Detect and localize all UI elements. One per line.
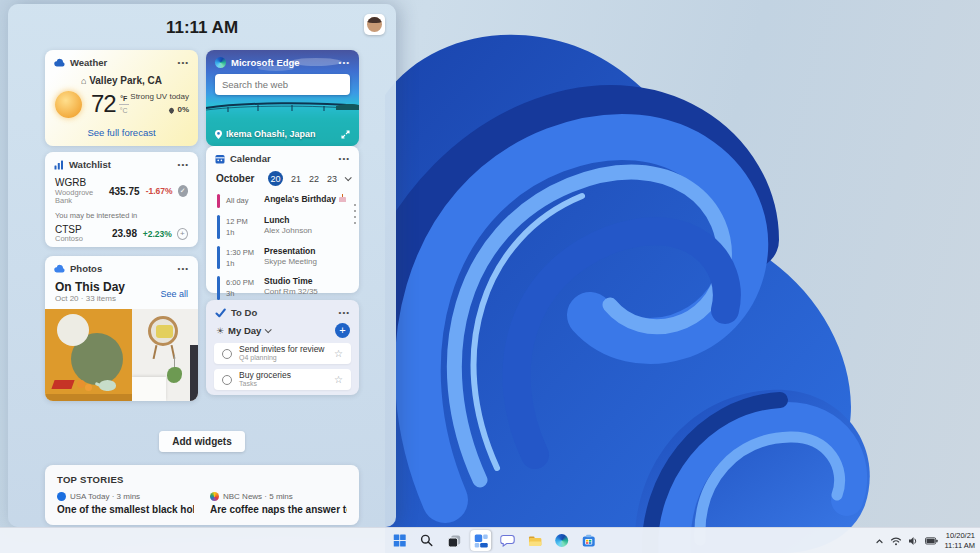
calendar-widget[interactable]: Calendar ••• October 20 21 22 23 xyxy=(206,146,359,293)
weather-more-menu-icon[interactable]: ••• xyxy=(178,59,189,67)
event-subtitle: Skype Meeting xyxy=(264,257,317,267)
search-icon[interactable] xyxy=(416,530,437,551)
watchlist-widget-title: Watchlist xyxy=(69,159,111,170)
star-icon[interactable]: ☆ xyxy=(334,374,343,385)
stock-row-wgrb[interactable]: WGRB Woodgrove Bank 435.75 -1.67% ✓ xyxy=(55,177,188,206)
photos-widget[interactable]: Photos ••• On This Day Oct 20 · 33 items… xyxy=(45,256,198,401)
task-list-name: Q4 planning xyxy=(239,354,327,362)
task-checkbox[interactable] xyxy=(222,375,232,385)
edge-widget-title: Microsoft Edge xyxy=(231,57,300,68)
task-checkbox[interactable] xyxy=(222,349,232,359)
weather-main: 72 °F °C Strong UV today 0% xyxy=(55,90,189,118)
todo-widget-title: To Do xyxy=(231,307,257,318)
battery-icon[interactable] xyxy=(925,537,938,545)
location-pin-icon xyxy=(215,130,222,139)
widgets-icon[interactable] xyxy=(470,530,491,551)
news-article[interactable]: NBC News · 5 mins Are coffee naps the an… xyxy=(210,492,347,515)
watchlist-suggestion-label: You may be interested in xyxy=(55,211,188,220)
volume-icon[interactable] xyxy=(908,536,919,546)
calendar-scroll-dots[interactable] xyxy=(354,204,356,224)
calendar-events: All day Angela's Birthday 12 PM1h Lunch … xyxy=(217,194,350,300)
chevron-down-icon[interactable] xyxy=(345,174,352,181)
stock-symbol: WGRB xyxy=(55,177,109,189)
task-row-buy-groceries[interactable]: Buy groceries Tasks ☆ xyxy=(214,369,351,390)
edge-widget[interactable]: Microsoft Edge ••• Ikema Ohashi, Japan xyxy=(206,50,359,146)
star-icon[interactable]: ☆ xyxy=(334,348,343,359)
task-view-icon[interactable] xyxy=(443,530,464,551)
photos-collage[interactable] xyxy=(45,309,198,401)
add-task-button[interactable]: + xyxy=(335,323,350,338)
start-button-icon[interactable] xyxy=(389,530,410,551)
unit-celsius[interactable]: °C xyxy=(120,107,128,114)
search-input[interactable] xyxy=(222,79,354,90)
event-lunch[interactable]: 12 PM1h Lunch Alex Johnson xyxy=(217,215,350,239)
unit-toggle[interactable]: °F °C xyxy=(119,95,129,114)
watchlist-more-menu-icon[interactable]: ••• xyxy=(178,161,189,169)
task-text: Buy groceries Tasks xyxy=(239,371,327,388)
chat-icon[interactable] xyxy=(497,530,518,551)
stock-name: Contoso xyxy=(55,235,112,244)
top-stories-heading: TOP STORIES xyxy=(57,474,347,485)
tray-datetime[interactable]: 10/20/21 11:11 AM xyxy=(944,531,975,551)
event-presentation[interactable]: 1:30 PM1h Presentation Skype Meeting xyxy=(217,246,350,270)
add-widgets-button[interactable]: Add widgets xyxy=(159,431,244,452)
wifi-icon[interactable] xyxy=(890,536,902,546)
event-studio-time[interactable]: 6:00 PM3h Studio Time Conf Rm 32/35 xyxy=(217,276,350,300)
task-list: Send invites for review Q4 planning ☆ Bu… xyxy=(214,343,351,390)
temperature-value: 72 xyxy=(91,90,116,118)
weather-widget-header: Weather ••• xyxy=(54,57,189,68)
calendar-days: 20 21 22 23 xyxy=(268,171,350,186)
photo-thumbnail-chair[interactable] xyxy=(132,309,198,401)
news-article[interactable]: USA Today · 3 mins One of the smallest b… xyxy=(57,492,194,515)
stock-price: 23.98 xyxy=(112,228,137,239)
chevron-up-icon[interactable] xyxy=(875,537,884,545)
todo-more-menu-icon[interactable]: ••• xyxy=(339,309,350,317)
article-headline[interactable]: One of the smallest black holes — and xyxy=(57,504,194,515)
see-full-forecast-link[interactable]: See full forecast xyxy=(45,127,198,138)
weather-condition: Strong UV today 0% xyxy=(130,91,189,117)
see-all-link[interactable]: See all xyxy=(160,289,188,299)
unit-fahrenheit[interactable]: °F xyxy=(120,95,127,102)
edge-icon xyxy=(215,57,226,68)
calendar-day-selected[interactable]: 20 xyxy=(268,171,283,186)
file-explorer-icon[interactable] xyxy=(524,530,545,551)
calendar-day[interactable]: 23 xyxy=(327,174,337,184)
stock-row-ctsp[interactable]: CTSP Contoso 23.98 +2.23% + xyxy=(55,224,188,244)
weather-widget[interactable]: Weather ••• ⌂ Valley Park, CA 72 °F °C xyxy=(45,50,198,146)
stock-change: +2.23% xyxy=(137,229,172,239)
widgets-panel: 11:11 AM Weather ••• ⌂ Valley Park, CA xyxy=(8,4,396,527)
watchlist-widget-header: Watchlist ••• xyxy=(54,159,189,170)
widgets-column-right: Microsoft Edge ••• Ikema Ohashi, Japan xyxy=(206,50,359,401)
edge-more-menu-icon[interactable]: ••• xyxy=(339,59,350,67)
photo-thumbnail-still-life[interactable] xyxy=(45,309,132,401)
calendar-more-menu-icon[interactable]: ••• xyxy=(339,155,350,163)
calendar-day[interactable]: 21 xyxy=(291,174,301,184)
calendar-day[interactable]: 22 xyxy=(309,174,319,184)
photos-more-menu-icon[interactable]: ••• xyxy=(178,265,189,273)
wallpaper-bloom-image xyxy=(385,0,980,553)
photo-location-caption[interactable]: Ikema Ohashi, Japan xyxy=(215,129,316,139)
event-color-bar xyxy=(217,276,220,300)
my-day-sun-icon: ☀ xyxy=(216,326,224,336)
top-stories-card: TOP STORIES USA Today · 3 mins One of th… xyxy=(45,465,359,525)
stock-add-icon[interactable]: + xyxy=(177,228,188,240)
calendar-widget-header: Calendar ••• xyxy=(215,153,350,164)
photos-widget-title: Photos xyxy=(70,263,102,274)
event-color-bar xyxy=(217,194,220,208)
edge-search-box[interactable] xyxy=(215,74,350,95)
todo-widget[interactable]: To Do ••• ☀ My Day + Send invites fo xyxy=(206,300,359,395)
stock-added-icon[interactable]: ✓ xyxy=(178,185,188,197)
list-selector[interactable]: My Day xyxy=(228,325,261,336)
watchlist-widget[interactable]: Watchlist ••• WGRB Woodgrove Bank 435.75… xyxy=(45,152,198,247)
microsoft-store-icon[interactable] xyxy=(578,530,599,551)
task-row-send-invites[interactable]: Send invites for review Q4 planning ☆ xyxy=(214,343,351,364)
chevron-down-icon[interactable] xyxy=(265,326,272,333)
article-headline[interactable]: Are coffee naps the answer to your xyxy=(210,504,347,515)
event-birthday[interactable]: All day Angela's Birthday xyxy=(217,194,350,208)
profile-avatar[interactable] xyxy=(364,14,385,35)
widgets-column-left: Weather ••• ⌂ Valley Park, CA 72 °F °C xyxy=(45,50,198,401)
edge-browser-icon[interactable] xyxy=(551,530,572,551)
expand-icon[interactable] xyxy=(341,130,350,139)
stock-identity: CTSP Contoso xyxy=(55,224,112,244)
panel-header: 11:11 AM xyxy=(8,4,396,50)
